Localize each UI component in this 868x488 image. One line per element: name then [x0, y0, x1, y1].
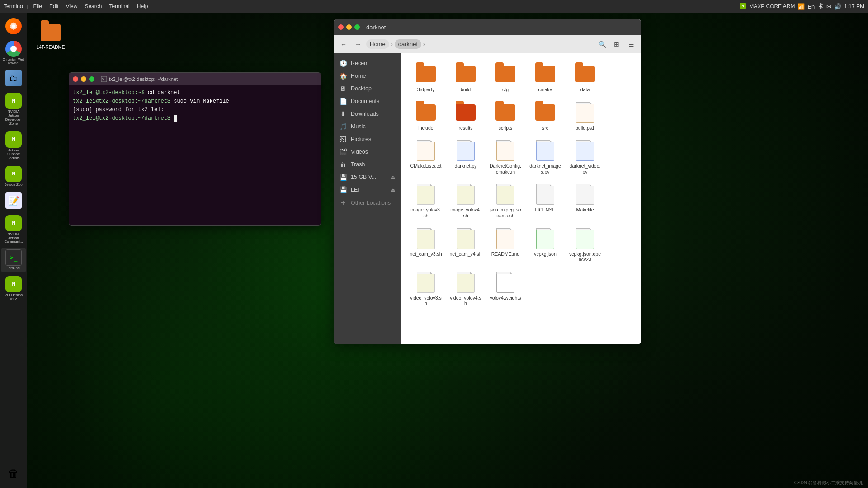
fm-breadcrumb-current[interactable]: darknet	[395, 39, 421, 49]
file-item-image-yolov4[interactable]: image_yolov4.sh	[448, 181, 484, 221]
dock-item-terminal[interactable]: >_ Terminal	[1, 248, 26, 272]
keyboard-icon[interactable]: En	[807, 3, 815, 10]
fm-breadcrumb-home[interactable]: Home	[366, 39, 389, 49]
fm-sidebar-pictures[interactable]: 🖼 Pictures	[334, 133, 401, 145]
fm-sidebar-trash[interactable]: 🗑 Trash	[334, 158, 401, 171]
fm-menu-btn[interactable]: ☰	[625, 38, 637, 51]
menu-terminal[interactable]: Terminal	[107, 3, 131, 9]
fm-search-btn[interactable]: 🔍	[596, 38, 609, 51]
dock-item-settings[interactable]	[1, 16, 26, 37]
file-item-image-yolov3[interactable]: image_yolov3.sh	[408, 181, 444, 221]
dock-item-gedit[interactable]: 📝	[1, 191, 26, 211]
menu-file[interactable]: File	[32, 3, 44, 9]
taskbar-left: Terminα | File Edit View Search Terminal…	[4, 3, 150, 9]
fm-close-btn[interactable]	[338, 24, 344, 30]
email-icon[interactable]: ✉	[826, 3, 831, 10]
darknetconfig-icon	[495, 140, 516, 161]
file-item-darknetpy[interactable]: darknet.py	[448, 137, 484, 177]
fm-max-btn[interactable]	[354, 24, 360, 30]
other-locations-label: Other Locations	[351, 200, 391, 206]
license-icon	[534, 183, 556, 205]
filemanager-window: darknet ← → Home › darknet › 🔍 ⊞ ☰ 🕐	[334, 19, 641, 344]
dock-item-nvidia-dev[interactable]: N NVIDIA Jetson Developer Zone	[1, 91, 26, 127]
fm-sidebar-15gb[interactable]: 💾 15 GB V... ⏏	[334, 171, 401, 183]
15gb-eject-icon[interactable]: ⏏	[391, 174, 395, 180]
file-item-vcpkg-opencv23[interactable]: vcpkg.json.opencv23	[567, 225, 603, 265]
file-item-makefile[interactable]: Makefile	[567, 181, 603, 221]
file-item-license[interactable]: LICENSE	[527, 181, 563, 221]
fm-sidebar-videos[interactable]: 🎬 Videos	[334, 145, 401, 158]
terminal-body: tx2_lei@tx2-desktop:~$ cd darknet tx2_le…	[69, 85, 321, 126]
nvidia-comms-label: NVIDIA Jetson Communi...	[2, 232, 25, 244]
yolov4-weights-icon	[495, 272, 516, 293]
fm-sidebar-other[interactable]: + Other Locations	[334, 196, 401, 210]
file-item-yolov4-weights[interactable]: yolov4.weights	[487, 269, 524, 309]
menu-edit[interactable]: Edit	[47, 3, 61, 9]
bluetooth-icon[interactable]	[817, 3, 824, 10]
menu-search[interactable]: Search	[83, 3, 104, 9]
file-item-src[interactable]: src	[527, 99, 563, 134]
fm-view-toggle-btn[interactable]: ⊞	[610, 38, 623, 51]
pictures-icon: 🖼	[339, 136, 347, 143]
file-item-cfg[interactable]: cfg	[487, 61, 524, 95]
fm-sidebar-downloads[interactable]: ⬇ Downloads	[334, 108, 401, 120]
file-item-vcpkg-json[interactable]: vcpkg.json	[527, 225, 563, 265]
dock-item-vpi[interactable]: N VPi Demos v1.2	[1, 274, 26, 303]
fm-sidebar-lei[interactable]: 💾 LEI ⏏	[334, 183, 401, 196]
file-item-darknetconfig[interactable]: DarknetConfig.cmake.in	[487, 137, 524, 177]
dock-item-jetson-zoo[interactable]: N Jetson Zoo	[1, 164, 26, 189]
fm-forward-btn[interactable]: →	[352, 38, 364, 51]
dock-item-nvidia-comms[interactable]: N NVIDIA Jetson Communi...	[1, 213, 26, 246]
file-item-readme[interactable]: README.md	[487, 225, 524, 265]
lei-eject-icon[interactable]: ⏏	[391, 187, 395, 193]
fm-sidebar-documents[interactable]: 📄 Documents	[334, 95, 401, 108]
term-line-1: tx2_lei@tx2-desktop:~$ cd darknet	[73, 89, 317, 97]
fm-sidebar-music[interactable]: 🎵 Music	[334, 120, 401, 133]
file-item-darknet-images[interactable]: darknet_images.py	[527, 137, 563, 177]
statusbar-text: CSDN @鲁棒最小二乘支持向量机	[794, 480, 863, 485]
taskbar-right: N MAXP CORE ARM 📶 En ✉ 🔊 1:17 PM	[739, 2, 864, 11]
file-item-video-yolov4[interactable]: video_yolov4.sh	[448, 269, 484, 309]
nvidia-tray-icon[interactable]: N	[739, 2, 746, 11]
menu-view[interactable]: View	[64, 3, 80, 9]
network-icon[interactable]: 📶	[797, 3, 805, 10]
file-item-netcam-v4[interactable]: net_cam_v4.sh	[448, 225, 484, 265]
cmakelists-icon	[415, 140, 437, 161]
video-yolov3-icon	[415, 272, 437, 293]
dock-item-chromium[interactable]: Chromium Web Browser	[1, 39, 26, 66]
file-item-json-mjpeg[interactable]: json_mjpeg_streams.sh	[487, 181, 524, 221]
fm-content: 3rdparty build cfg	[401, 53, 641, 344]
terminal-close-btn[interactable]	[73, 76, 78, 82]
audio-icon[interactable]: 🔊	[834, 3, 841, 10]
file-item-include[interactable]: include	[408, 99, 444, 134]
file-item-scripts[interactable]: scripts	[487, 99, 524, 134]
dock-item-trash[interactable]: 🗑	[1, 464, 26, 484]
desktop-icon-l4t[interactable]: L4T-README	[34, 20, 67, 52]
terminal-min-btn[interactable]	[81, 76, 86, 82]
file-item-cmake[interactable]: cmake	[527, 61, 563, 95]
data-icon	[574, 63, 596, 85]
file-item-3rdparty[interactable]: 3rdparty	[408, 61, 444, 95]
build-icon	[455, 63, 476, 85]
file-item-cmakelists[interactable]: CMakeLists.txt	[408, 137, 444, 177]
file-item-darknet-video[interactable]: darknet_video.py	[567, 137, 603, 177]
vpi-icon: N	[5, 276, 22, 292]
file-item-buildps1[interactable]: build.ps1	[567, 99, 603, 134]
fm-sidebar-home[interactable]: 🏠 Home	[334, 70, 401, 82]
dock-item-jetson-support[interactable]: N Jetson Support Forums	[1, 130, 26, 162]
video-yolov4-icon	[455, 272, 476, 293]
menu-help[interactable]: Help	[135, 3, 150, 9]
dock-item-files[interactable]: 🗂	[1, 68, 26, 89]
term-line-4: tx2_lei@tx2-desktop:~/darknet$	[73, 114, 317, 122]
terminal-max-btn[interactable]	[89, 76, 94, 82]
fm-min-btn[interactable]	[346, 24, 352, 30]
file-item-results[interactable]: results	[448, 99, 484, 134]
file-item-video-yolov3[interactable]: video_yolov3.sh	[408, 269, 444, 309]
file-item-data[interactable]: data	[567, 61, 603, 95]
fm-sidebar-recent[interactable]: 🕐 Recent	[334, 57, 401, 70]
fm-sidebar-desktop[interactable]: 🖥 Desktop	[334, 82, 401, 95]
file-item-build[interactable]: build	[448, 61, 484, 95]
file-item-netcam-v3[interactable]: net_cam_v3.sh	[408, 225, 444, 265]
netcam-v4-icon	[455, 228, 476, 249]
fm-back-btn[interactable]: ←	[337, 38, 350, 51]
